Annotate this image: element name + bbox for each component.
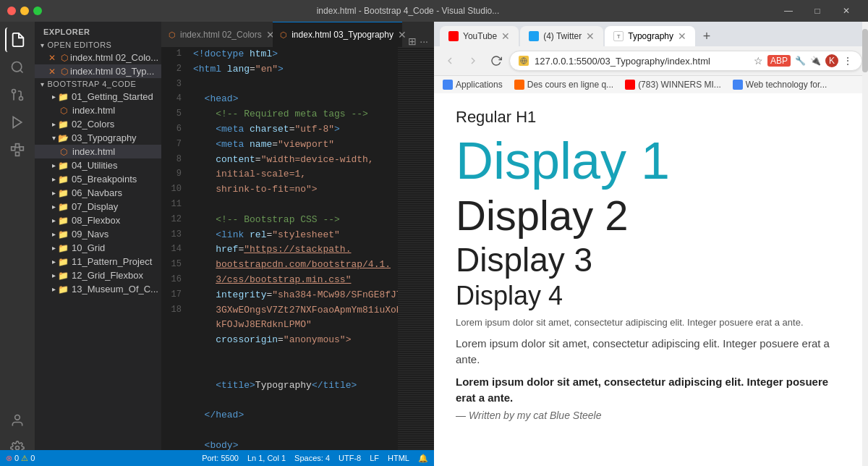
browser-panel: YouTube ✕ (4) Twitter ✕ T Typography ✕ +: [434, 22, 868, 466]
html-file-icon-2: ✕: [46, 67, 58, 77]
folder-breakpoints[interactable]: ▸ 📁 05_Breakpoints: [35, 172, 161, 186]
status-port[interactable]: Port: 5500: [202, 454, 239, 463]
tab-typography[interactable]: ⬡ index.html 03_Typography ✕: [273, 22, 402, 47]
status-spaces[interactable]: Spaces: 4: [294, 454, 330, 463]
maximize-traffic-light[interactable]: [33, 7, 42, 15]
extension-icon-2[interactable]: 🔌: [810, 56, 821, 66]
debug-activity-icon[interactable]: [5, 110, 30, 135]
back-button[interactable]: [440, 51, 460, 71]
page-display-3: Display 3: [456, 242, 846, 279]
folder-icon-navs: 📁: [57, 229, 69, 240]
vscode-status-bar: ⊗ 0 ⚠ 0 Port: 5500 Ln 1, Col 1 Spaces: 4…: [0, 450, 434, 466]
file-index-getting-started[interactable]: ⬡ index.html: [35, 103, 161, 117]
folder-navbars[interactable]: ▸ 📁 06_Navbars: [35, 186, 161, 200]
code-line-18b: kFOJwJ8ERdknLPMO": [193, 318, 398, 333]
extension-icon-1[interactable]: 🔧: [795, 56, 806, 66]
bookmark-descours[interactable]: Des cours en ligne q...: [511, 78, 616, 91]
tab-actions: ⊞ ···: [402, 35, 434, 47]
file-index-gs-label: index.html: [72, 105, 115, 116]
page-display-2: Display 2: [456, 192, 846, 239]
close-button[interactable]: ✕: [832, 0, 861, 22]
open-editor-typography[interactable]: ✕ ⬡ index.html 03_Typ...: [35, 64, 161, 78]
folder-icon-typography: 📂: [57, 133, 69, 143]
code-line-13: <link rel="stylesheet": [193, 228, 398, 243]
browser-tab-youtube[interactable]: YouTube ✕: [440, 26, 519, 46]
tab-colors[interactable]: ⬡ index.html 02_Colors ✕: [161, 22, 273, 47]
browser-tab-twitter[interactable]: (4) Twitter ✕: [520, 26, 603, 46]
code-line-blank5: [193, 423, 398, 439]
tab-colors-label: index.html 02_Colors: [180, 30, 262, 40]
browser-tab-typography[interactable]: T Typography ✕: [605, 26, 695, 46]
search-activity-icon[interactable]: [5, 55, 30, 80]
code-line-12: <!-- Bootstrap CSS -->: [193, 213, 398, 228]
refresh-button[interactable]: [486, 51, 506, 71]
tab-html-icon-typography: ⬡: [280, 30, 287, 40]
url-icons: ☆ ABP 🔧 🔌 K ⋮: [754, 54, 853, 67]
code-line-6: <meta charset="utf-8">: [193, 122, 398, 137]
bookmark-winners[interactable]: (783) WINNERS MI...: [622, 78, 724, 91]
tab-html-icon-colors: ⬡: [169, 30, 176, 40]
more-actions-icon[interactable]: ···: [420, 35, 428, 47]
code-line-9: initial-scale=1,: [193, 167, 398, 182]
code-line-5: <!-- Required meta tags -->: [193, 107, 398, 122]
file-index-typography[interactable]: ⬡ index.html: [35, 145, 161, 158]
more-icon[interactable]: ⋮: [843, 55, 853, 67]
status-bell-icon[interactable]: 🔔: [418, 454, 428, 463]
folder-typography[interactable]: ▾ 📂 03_Typography: [35, 131, 161, 145]
status-language[interactable]: HTML: [388, 454, 409, 463]
folder-typography-label: 03_Typography: [72, 132, 137, 143]
restore-button[interactable]: □: [803, 0, 832, 22]
account-activity-icon[interactable]: [5, 408, 30, 433]
page-blockquote: — Written by my cat Blue Steele: [456, 410, 846, 421]
warning-count: 0: [30, 454, 35, 462]
star-icon[interactable]: ☆: [754, 55, 763, 67]
code-editor[interactable]: 1 2 3 4 5 6 7 8 9 10 11 12 13 14 15 16 1…: [161, 47, 434, 466]
bookmark-apps[interactable]: Applications: [440, 78, 506, 91]
folder-utilities[interactable]: ▸ 📁 04_Utilities: [35, 158, 161, 172]
extensions-activity-icon[interactable]: [5, 137, 30, 162]
code-line-blank4: [193, 393, 398, 408]
folder-museum[interactable]: ▸ 📁 13_Museum_Of_C...: [35, 282, 161, 296]
adblocker-icon[interactable]: ABP: [767, 55, 791, 67]
folder-colors[interactable]: ▸ 📁 02_Colors: [35, 117, 161, 131]
bookmark-webtech[interactable]: Web technology for...: [730, 78, 830, 91]
folder-getting-started-label: 01_Getting_Started: [72, 91, 153, 102]
svg-rect-6: [12, 147, 15, 151]
profile-icon[interactable]: K: [825, 54, 838, 67]
folder-display[interactable]: ▸ 📁 07_Display: [35, 200, 161, 213]
twitter-tab-close[interactable]: ✕: [586, 30, 595, 42]
status-errors[interactable]: ⊗ 0 ⚠ 0: [6, 454, 35, 463]
open-editor-colors[interactable]: ✕ ⬡ index.html 02_Colo...: [35, 51, 161, 64]
winners-favicon: [625, 80, 635, 90]
typography-tab-close[interactable]: ✕: [678, 30, 686, 42]
folder-grid[interactable]: ▸ 📁 10_Grid: [35, 241, 161, 255]
status-eol[interactable]: LF: [370, 454, 379, 463]
folder-icon-navbars: 📁: [57, 188, 69, 198]
folder-pattern-project[interactable]: ▸ 📁 11_Pattern_Project: [35, 255, 161, 268]
scrollbar-thumb[interactable]: [862, 29, 868, 72]
editor-layout-icon[interactable]: ⊞: [408, 35, 417, 47]
minimize-button[interactable]: —: [774, 0, 803, 22]
window-traffic-lights: [7, 7, 42, 15]
folder-grid-flexbox[interactable]: ▸ 📁 12_Grid_Flexbox: [35, 268, 161, 282]
folder-navs[interactable]: ▸ 📁 09_Navs: [35, 227, 161, 241]
bootstrap-code-header[interactable]: ▾ BOOTSTRAP 4_CODE: [35, 78, 161, 90]
browser-scrollbar[interactable]: [862, 22, 868, 466]
status-encoding[interactable]: UTF-8: [339, 454, 361, 463]
open-editors-header[interactable]: ▾ Open Editors: [35, 39, 161, 51]
status-cursor[interactable]: Ln 1, Col 1: [247, 454, 286, 463]
url-bar[interactable]: 127.0.0.1:5500/03_Typography/index.html …: [509, 51, 862, 71]
explorer-header: Explorer: [35, 22, 161, 39]
forward-button[interactable]: [463, 51, 483, 71]
close-traffic-light[interactable]: [7, 7, 16, 15]
minimize-traffic-light[interactable]: [20, 7, 29, 15]
folder-flexbox[interactable]: ▸ 📁 08_Flexbox: [35, 213, 161, 227]
new-tab-button[interactable]: +: [697, 26, 717, 46]
folder-getting-started[interactable]: ▸ 📁 01_Getting_Started: [35, 90, 161, 103]
folder-icon-utilities: 📁: [57, 161, 69, 171]
source-control-activity-icon[interactable]: [5, 82, 30, 107]
youtube-tab-close[interactable]: ✕: [501, 30, 510, 42]
files-activity-icon[interactable]: [5, 27, 30, 52]
code-content[interactable]: <!doctype html> <html lang="en"> <head> …: [190, 47, 398, 466]
bookmark-apps-label: Applications: [456, 80, 503, 90]
